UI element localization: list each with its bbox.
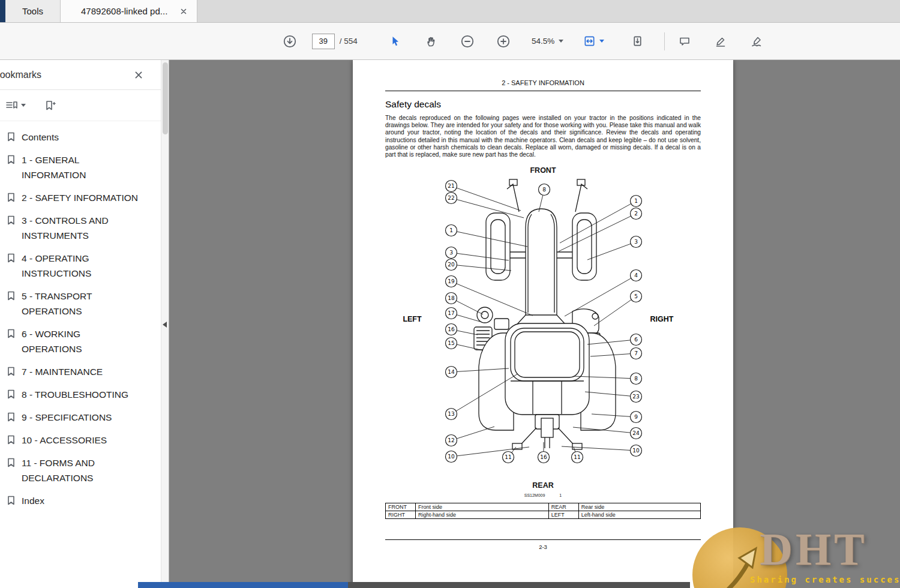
callout-16: 16 [446,324,457,335]
page-number-input[interactable] [312,34,335,49]
pdf-page: 2 - SAFETY INFORMATION Safety decals The… [353,60,733,588]
taskbar-strip-dark [348,582,690,588]
fit-page-button[interactable] [579,31,599,52]
table-row: RIGHT Right-hand side LEFT Left-hand sid… [386,511,701,519]
collapse-panel-handle[interactable] [161,317,168,332]
tab-tools[interactable]: Tools [5,0,61,22]
bookmark-icon [6,289,16,301]
svg-text:3: 3 [449,250,453,256]
fit-width-icon [583,35,596,47]
bookmark-icon [6,326,16,339]
window-corner [0,0,5,22]
bookmark-options-icon [5,100,18,112]
tab-document[interactable]: 47892608-linked pd... [61,0,197,22]
sidebar-item-index[interactable]: Index [6,493,154,508]
download-button[interactable] [280,31,300,52]
zoom-out-button[interactable] [457,31,478,52]
callout-12: 12 [446,435,457,446]
callout-11: 11 [572,452,583,463]
sidebar-item-specifications[interactable]: 9 - SPECIFICATIONS [6,410,154,425]
watermark-title: DHT [760,523,868,575]
zoom-level-dropdown[interactable]: 54.5% [532,37,563,46]
svg-text:10: 10 [448,454,455,460]
svg-text:19: 19 [448,279,455,285]
toolbar-separator [664,32,665,50]
chevron-down-icon[interactable] [599,40,604,43]
close-panel-icon[interactable] [133,69,145,81]
collapse-arrow-icon [163,322,167,328]
svg-text:12: 12 [448,438,454,444]
footer-rule [385,539,701,540]
document-viewport[interactable]: 2 - SAFETY INFORMATION Safety decals The… [169,60,900,588]
callout-18: 18 [446,293,457,304]
svg-text:14: 14 [448,370,455,376]
new-bookmark-icon [44,100,56,112]
highlight-button[interactable] [710,31,731,52]
callout-20: 20 [446,259,457,271]
bookmark-icon [6,213,16,226]
sidebar-item-safety-information[interactable]: 2 - SAFETY INFORMATION [6,190,154,205]
svg-text:8: 8 [634,376,638,382]
sidebar-item-controls-and-instruments[interactable]: 3 - CONTROLS AND INSTRUMENTS [6,213,154,243]
svg-text:7: 7 [634,351,638,357]
svg-text:9: 9 [634,415,638,421]
callout-3: 3 [631,236,642,248]
callout-8: 8 [631,373,642,385]
figure-caption: SS12M009 1 [385,493,701,497]
sidebar-item-transport-operations[interactable]: 5 - TRANSPORT OPERATIONS [6,289,154,319]
sidebar-item-working-operations[interactable]: 6 - WORKING OPERATIONS [6,326,154,356]
callout-4: 4 [631,270,642,281]
svg-text:3: 3 [634,239,638,245]
legend-table: FRONT Front side REAR Rear side RIGHT Ri… [385,503,701,519]
header-rule [385,91,701,91]
sign-button[interactable] [746,31,767,52]
select-tool-button[interactable] [385,31,406,52]
sidebar-scrollbar-thumb[interactable] [163,62,168,134]
sidebar-item-general-information[interactable]: 1 - GENERAL INFORMATION [6,152,154,182]
comment-button[interactable] [674,31,695,52]
svg-text:2: 2 [634,211,638,217]
rear-label: REAR [385,481,701,490]
svg-text:24: 24 [632,431,640,437]
zoom-in-button[interactable] [493,31,514,52]
left-label: LEFT [403,315,422,323]
bookmarks-header: Bookmarks [0,60,169,90]
sidebar-item-forms-and-declarations[interactable]: 11 - FORMS AND DECLARATIONS [6,455,154,485]
scroll-mode-button[interactable] [627,31,647,52]
bookmarks-toolbar [0,90,169,121]
svg-text:5: 5 [634,294,638,300]
bookmark-options-button[interactable] [5,100,26,112]
legend-value: Right-hand side [416,511,549,519]
sidebar-item-troubleshooting[interactable]: 8 - TROUBLESHOOTING [6,387,154,402]
highlighter-pen-icon [715,35,727,47]
callout-1: 1 [631,196,642,207]
legend-key: REAR [548,503,578,511]
hand-tool-button[interactable] [421,31,442,52]
page-count-label: / 554 [340,37,358,46]
callout-3: 3 [446,247,457,259]
tools-tab-label: Tools [22,6,43,16]
sidebar-item-maintenance[interactable]: 7 - MAINTENANCE [6,364,154,379]
sidebar-item-operating-instructions[interactable]: 4 - OPERATING INSTRUCTIONS [6,251,154,281]
section-heading: Safety decals [385,99,701,110]
bookmark-icon [6,152,16,165]
bookmark-icon [6,493,16,506]
callout-5: 5 [631,291,642,302]
callout-6: 6 [631,334,642,346]
new-bookmark-button[interactable] [44,100,56,112]
bookmark-icon [6,190,16,203]
zoom-in-icon [497,35,510,48]
svg-text:8: 8 [542,187,546,193]
close-tab-icon[interactable] [179,7,188,16]
running-header: 2 - SAFETY INFORMATION [385,60,701,86]
svg-text:1: 1 [449,228,453,234]
callout-1: 1 [446,225,457,236]
svg-text:21: 21 [448,184,454,190]
taskbar-strip [138,582,348,588]
callout-11: 11 [503,452,514,463]
page-scroll-icon [631,35,644,47]
sidebar-item-contents[interactable]: Contents [6,130,154,145]
table-row: FRONT Front side REAR Rear side [386,503,701,511]
sidebar-item-accessories[interactable]: 10 - ACCESSORIES [6,433,154,448]
tab-bar: Tools 47892608-linked pd... [0,0,900,23]
